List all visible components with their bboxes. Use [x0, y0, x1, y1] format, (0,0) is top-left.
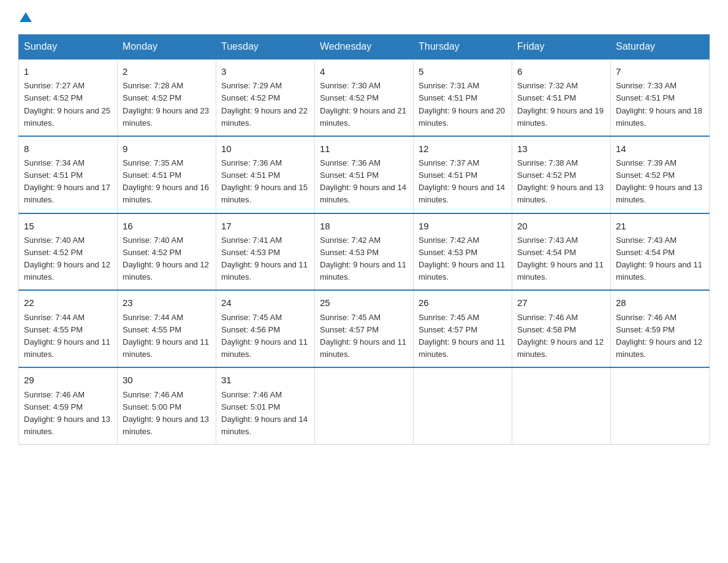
day-sunrise: Sunrise: 7:38 AM [517, 158, 578, 167]
day-daylight: Daylight: 9 hours and 12 minutes. [616, 337, 702, 359]
day-sunrise: Sunrise: 7:30 AM [320, 81, 381, 90]
calendar-day-cell: 14Sunrise: 7:39 AMSunset: 4:52 PMDayligh… [611, 136, 710, 213]
day-daylight: Daylight: 9 hours and 11 minutes. [24, 337, 110, 359]
day-daylight: Daylight: 9 hours and 13 minutes. [616, 183, 702, 204]
calendar-day-cell: 30Sunrise: 7:46 AMSunset: 5:00 PMDayligh… [118, 367, 216, 444]
calendar-day-cell: 26Sunrise: 7:45 AMSunset: 4:57 PMDayligh… [414, 290, 512, 367]
calendar-day-cell: 7Sunrise: 7:33 AMSunset: 4:51 PMDaylight… [611, 59, 710, 136]
calendar-day-cell: 17Sunrise: 7:41 AMSunset: 4:53 PMDayligh… [216, 213, 315, 291]
weekday-friday: Friday [512, 35, 611, 59]
day-sunset: Sunset: 4:58 PM [517, 325, 576, 334]
calendar-day-cell: 2Sunrise: 7:28 AMSunset: 4:52 PMDaylight… [118, 59, 216, 136]
day-number: 26 [419, 296, 507, 310]
day-number: 27 [517, 296, 605, 310]
day-sunset: Sunset: 4:52 PM [123, 248, 181, 257]
day-daylight: Daylight: 9 hours and 22 minutes. [221, 106, 308, 128]
day-sunrise: Sunrise: 7:37 AM [419, 158, 479, 167]
day-sunset: Sunset: 5:01 PM [221, 402, 280, 412]
day-number: 15 [24, 219, 112, 233]
day-sunset: Sunset: 4:51 PM [419, 170, 477, 180]
day-daylight: Daylight: 9 hours and 13 minutes. [24, 415, 110, 436]
day-sunset: Sunset: 4:52 PM [320, 93, 379, 102]
day-sunset: Sunset: 4:52 PM [616, 170, 675, 180]
day-number: 18 [320, 219, 408, 233]
calendar-day-cell: 10Sunrise: 7:36 AMSunset: 4:51 PMDayligh… [216, 136, 315, 213]
day-sunrise: Sunrise: 7:28 AM [123, 81, 183, 90]
day-number: 16 [123, 219, 211, 233]
calendar-week-row: 15Sunrise: 7:40 AMSunset: 4:52 PMDayligh… [19, 213, 710, 291]
day-daylight: Daylight: 9 hours and 18 minutes. [616, 106, 702, 128]
day-sunset: Sunset: 4:51 PM [517, 93, 576, 102]
day-daylight: Daylight: 9 hours and 11 minutes. [320, 337, 406, 359]
day-sunset: Sunset: 4:55 PM [123, 325, 181, 334]
day-daylight: Daylight: 9 hours and 20 minutes. [419, 106, 505, 128]
day-number: 13 [517, 142, 605, 156]
day-number: 11 [320, 142, 408, 156]
day-daylight: Daylight: 9 hours and 11 minutes. [221, 337, 308, 359]
day-daylight: Daylight: 9 hours and 21 minutes. [320, 106, 406, 128]
day-number: 20 [517, 219, 605, 233]
day-daylight: Daylight: 9 hours and 12 minutes. [24, 260, 110, 282]
calendar-day-cell: 23Sunrise: 7:44 AMSunset: 4:55 PMDayligh… [118, 290, 216, 367]
day-daylight: Daylight: 9 hours and 19 minutes. [517, 106, 604, 128]
day-number: 25 [320, 296, 408, 310]
weekday-tuesday: Tuesday [216, 35, 315, 59]
day-daylight: Daylight: 9 hours and 11 minutes. [517, 260, 604, 282]
day-number: 3 [221, 64, 309, 79]
calendar-table: SundayMondayTuesdayWednesdayThursdayFrid… [18, 34, 710, 445]
day-daylight: Daylight: 9 hours and 11 minutes. [320, 260, 406, 282]
page-header [18, 12, 710, 22]
day-sunrise: Sunrise: 7:33 AM [616, 81, 677, 90]
calendar-day-cell: 19Sunrise: 7:42 AMSunset: 4:53 PMDayligh… [414, 213, 512, 291]
calendar-day-cell: 9Sunrise: 7:35 AMSunset: 4:51 PMDaylight… [118, 136, 216, 213]
calendar-day-cell: 24Sunrise: 7:45 AMSunset: 4:56 PMDayligh… [216, 290, 315, 367]
day-sunrise: Sunrise: 7:44 AM [123, 313, 183, 322]
day-sunrise: Sunrise: 7:41 AM [221, 236, 282, 245]
calendar-day-cell: 28Sunrise: 7:46 AMSunset: 4:59 PMDayligh… [611, 290, 710, 367]
day-sunrise: Sunrise: 7:39 AM [616, 158, 677, 167]
day-sunrise: Sunrise: 7:45 AM [221, 313, 282, 322]
day-daylight: Daylight: 9 hours and 11 minutes. [221, 260, 308, 282]
calendar-day-cell: 20Sunrise: 7:43 AMSunset: 4:54 PMDayligh… [512, 213, 611, 291]
day-sunset: Sunset: 4:51 PM [123, 170, 181, 180]
day-sunset: Sunset: 4:59 PM [616, 325, 675, 334]
day-sunrise: Sunrise: 7:42 AM [419, 236, 479, 245]
day-number: 24 [221, 296, 309, 310]
day-sunset: Sunset: 4:54 PM [616, 248, 675, 257]
calendar-day-cell: 27Sunrise: 7:46 AMSunset: 4:58 PMDayligh… [512, 290, 611, 367]
day-daylight: Daylight: 9 hours and 16 minutes. [123, 183, 209, 204]
day-sunrise: Sunrise: 7:34 AM [24, 158, 85, 167]
calendar-day-cell [414, 367, 512, 444]
calendar-day-cell: 18Sunrise: 7:42 AMSunset: 4:53 PMDayligh… [315, 213, 414, 291]
day-sunrise: Sunrise: 7:42 AM [320, 236, 381, 245]
day-sunset: Sunset: 4:51 PM [616, 93, 675, 102]
day-number: 1 [24, 64, 112, 79]
day-sunset: Sunset: 4:52 PM [221, 93, 280, 102]
day-sunrise: Sunrise: 7:32 AM [517, 81, 578, 90]
day-daylight: Daylight: 9 hours and 14 minutes. [419, 183, 505, 204]
weekday-header-row: SundayMondayTuesdayWednesdayThursdayFrid… [19, 35, 710, 59]
day-daylight: Daylight: 9 hours and 11 minutes. [419, 337, 505, 359]
day-sunset: Sunset: 4:51 PM [320, 170, 379, 180]
calendar-day-cell [315, 367, 414, 444]
calendar-week-row: 8Sunrise: 7:34 AMSunset: 4:51 PMDaylight… [19, 136, 710, 213]
day-daylight: Daylight: 9 hours and 11 minutes. [123, 337, 209, 359]
calendar-day-cell: 15Sunrise: 7:40 AMSunset: 4:52 PMDayligh… [19, 213, 118, 291]
day-number: 2 [123, 64, 211, 79]
day-sunset: Sunset: 4:51 PM [419, 93, 477, 102]
day-sunrise: Sunrise: 7:46 AM [221, 390, 282, 399]
day-sunset: Sunset: 4:57 PM [320, 325, 379, 334]
day-number: 21 [616, 219, 704, 233]
calendar-day-cell: 5Sunrise: 7:31 AMSunset: 4:51 PMDaylight… [414, 59, 512, 136]
calendar-day-cell: 8Sunrise: 7:34 AMSunset: 4:51 PMDaylight… [19, 136, 118, 213]
day-sunrise: Sunrise: 7:46 AM [24, 390, 85, 399]
calendar-week-row: 29Sunrise: 7:46 AMSunset: 4:59 PMDayligh… [19, 367, 710, 444]
day-sunset: Sunset: 4:53 PM [221, 248, 280, 257]
day-number: 28 [616, 296, 704, 310]
day-daylight: Daylight: 9 hours and 12 minutes. [123, 260, 209, 282]
weekday-thursday: Thursday [414, 35, 512, 59]
calendar-day-cell: 31Sunrise: 7:46 AMSunset: 5:01 PMDayligh… [216, 367, 315, 444]
day-sunrise: Sunrise: 7:46 AM [517, 313, 578, 322]
day-sunset: Sunset: 4:53 PM [419, 248, 477, 257]
day-sunset: Sunset: 4:56 PM [221, 325, 280, 334]
